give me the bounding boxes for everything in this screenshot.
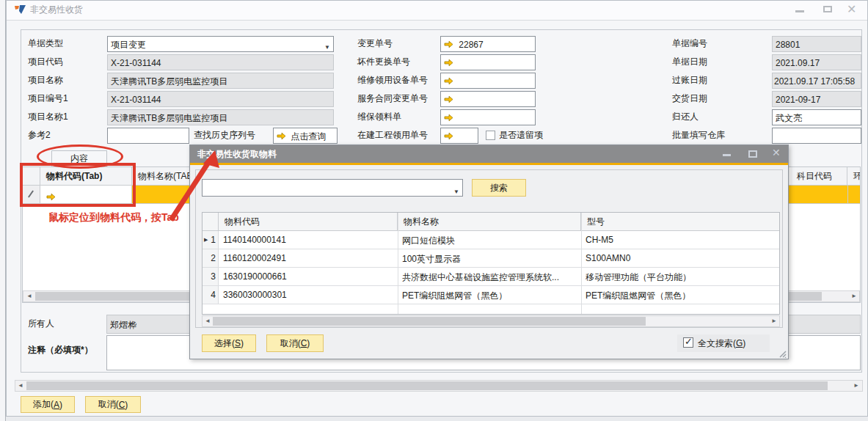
batch-warehouse-input[interactable] [772, 128, 861, 144]
arrow-icon [444, 39, 453, 52]
grid-col-account[interactable]: 科目代码 [791, 167, 847, 185]
ref2-label: 参考2 [28, 126, 51, 144]
annotation-rect [20, 163, 136, 207]
scroll-left-icon[interactable]: ◄ [203, 315, 213, 327]
title-bar [7, 1, 867, 21]
dialog-maximize-icon[interactable] [748, 150, 757, 158]
remarks-label: 注释（必填项*） [28, 341, 93, 359]
change-order-label: 变更单号 [357, 34, 393, 53]
scroll-right-icon[interactable]: ► [851, 380, 861, 392]
project-name1-field: 天津腾讯TB多层弱电监控项目 [107, 109, 334, 125]
dialog-hscroll-thumb[interactable] [213, 317, 646, 326]
project-no1-field: X-21-031144 [107, 91, 334, 107]
bad-part-order-field[interactable] [440, 54, 536, 70]
table-row[interactable]: ▶ 1 1140140000141 网口短信模块 CH-M5 [203, 231, 779, 249]
row-marker-icon: ▶ [204, 237, 208, 243]
dialog-minimize-icon[interactable] [723, 154, 731, 156]
arrow-icon [444, 112, 453, 125]
change-order-field[interactable]: 22867 [440, 36, 536, 52]
grid-col-env[interactable]: 环保 [847, 167, 860, 185]
project-code-field: X-21-031144 [107, 54, 334, 70]
posting-date-field: 2021.09.17 17:05:58 [772, 73, 861, 89]
doc-type-combo[interactable]: 项目变更 ▼ [107, 36, 334, 52]
arrow-icon [277, 131, 286, 144]
maint-material-order-label: 维保领料单 [357, 108, 401, 126]
delivery-date-label: 交货日期 [672, 89, 707, 108]
dialog-accent-line [190, 163, 788, 165]
arrow-icon [444, 76, 453, 89]
owner-label: 所有人 [28, 315, 54, 333]
construction-order-field[interactable] [440, 128, 478, 144]
minimize-icon[interactable] [795, 10, 804, 12]
arrow-icon [444, 57, 453, 70]
doc-date-field: 2021.09.17 [772, 54, 861, 70]
legacy-checkbox[interactable] [486, 131, 495, 140]
serial-lookup-label: 查找历史序列号 [194, 126, 255, 144]
ref2-input[interactable] [107, 128, 189, 144]
serial-lookup-button[interactable]: 点击查询 [273, 128, 338, 144]
maximize-icon[interactable] [823, 6, 832, 12]
repair-equip-order-field[interactable] [440, 73, 536, 89]
table-col-model[interactable]: 型号 [581, 213, 779, 230]
dialog-title-bar[interactable] [190, 145, 788, 163]
fulltext-label: 全文搜索(G) [698, 337, 745, 350]
table-row[interactable]: 4 3360030000301 PET编织阻燃网管（黑色） PET编织阻燃网管（… [203, 286, 779, 304]
returner-input[interactable]: 武文亮 [772, 109, 861, 125]
chevron-down-icon[interactable]: ▼ [324, 41, 330, 52]
cancel-button[interactable]: 取消(C) [85, 396, 141, 413]
legacy-checkbox-label: 是否遗留项 [499, 126, 543, 144]
project-no1-label: 项目编号1 [28, 89, 68, 108]
annotation-arrow [158, 143, 231, 227]
dialog-cancel-button[interactable]: 取消(C) [266, 334, 324, 352]
background-panel-strip [0, 0, 6, 421]
close-icon[interactable]: ✕ [847, 2, 856, 16]
resize-grip-icon[interactable] [778, 349, 787, 358]
scroll-left-icon[interactable]: ◄ [24, 290, 34, 302]
fulltext-checkbox[interactable]: ✓ [683, 337, 693, 348]
search-button[interactable]: 搜索 [472, 179, 526, 197]
project-name-label: 项目名称 [28, 71, 63, 89]
doc-number-field: 28801 [772, 36, 861, 52]
select-button[interactable]: 选择(S) [202, 334, 256, 352]
check-icon: ✓ [685, 336, 693, 347]
arrow-icon [444, 131, 453, 144]
service-contract-order-field[interactable] [440, 91, 536, 107]
construction-order-label: 在建工程领用单号 [357, 126, 428, 144]
service-contract-order-label: 服务合同变更单号 [357, 89, 428, 108]
screen: 非交易性收货 ✕ 单据类型 项目变更 ▼ 项目代码 X-21-031144 项目… [0, 0, 868, 421]
doc-type-label: 单据类型 [28, 34, 63, 53]
table-col-name[interactable]: 物料名称 [398, 213, 581, 230]
dialog-close-icon[interactable]: ✕ [772, 147, 781, 158]
scroll-left-icon[interactable]: ◄ [15, 380, 26, 392]
doc-number-label: 单据编号 [672, 34, 707, 53]
project-name1-label: 项目名称1 [28, 108, 68, 126]
batch-warehouse-label: 批量填写仓库 [672, 126, 725, 144]
table-col-code[interactable]: 物料代码 [219, 213, 398, 230]
table-row[interactable]: 2 1160120002491 100英寸显示器 S100AMN0 [203, 249, 779, 268]
chevron-down-icon[interactable]: ▼ [453, 186, 459, 197]
scroll-right-icon[interactable]: ► [849, 290, 859, 302]
arrow-icon [444, 94, 453, 107]
window-title: 非交易性收货 [30, 1, 83, 19]
doc-date-label: 单据日期 [672, 53, 707, 71]
add-button[interactable]: 添加(A) [21, 396, 75, 413]
app-logo-icon [15, 4, 26, 15]
doc-type-value: 项目变更 [111, 40, 146, 50]
material-search-combo[interactable]: ▼ [202, 179, 463, 197]
material-picker-dialog: 非交易性收货取物料 ✕ ▼ 搜索 物料代码 物料名称 型号 ▶ 1 114014… [189, 144, 789, 359]
project-code-label: 项目代码 [28, 53, 63, 71]
bad-part-order-label: 坏件更换单号 [357, 53, 410, 71]
posting-date-label: 过账日期 [672, 71, 707, 89]
maint-material-order-field[interactable] [440, 109, 536, 125]
scroll-right-icon[interactable]: ► [769, 315, 779, 327]
delivery-date-field: 2021-09-17 [772, 91, 861, 107]
main-hscroll-thumb[interactable] [26, 381, 828, 390]
table-row[interactable]: 3 1630190000661 共济数据中心基础设施监控管理系统软... 移动管… [203, 268, 779, 286]
repair-equip-order-label: 维修领用设备单号 [357, 71, 428, 89]
project-name-field: 天津腾讯TB多层弱电监控项目 [107, 73, 334, 89]
returner-label: 归还人 [672, 108, 699, 126]
